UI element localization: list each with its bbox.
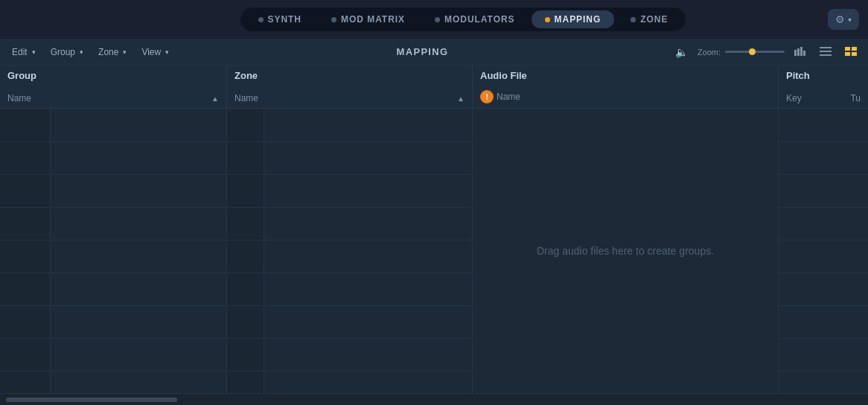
bar-chart-icon xyxy=(794,47,806,56)
col-pitch-header: Pitch Key Tu xyxy=(779,66,868,108)
scrollbar-area xyxy=(0,393,868,405)
modulators-label: MODULATORS xyxy=(444,14,515,25)
warning-icon: ! xyxy=(480,90,494,103)
grid-view-icon-button[interactable] xyxy=(841,45,861,60)
svg-rect-0 xyxy=(794,50,797,56)
group-col-subheader-row: Name ▲ xyxy=(7,93,219,103)
table-headers: Group Name ▲ Zone Name ▲ Audio File ! Na… xyxy=(0,66,868,109)
view-label: View xyxy=(141,47,161,57)
grid-view-icon xyxy=(845,47,857,56)
col-audio-header: Audio File ! Name xyxy=(473,66,779,108)
col-zone-header: Zone Name ▲ xyxy=(227,66,473,108)
svg-rect-8 xyxy=(852,47,857,51)
svg-rect-3 xyxy=(803,51,805,56)
view-chevron-icon: ▾ xyxy=(165,48,169,56)
top-nav: SYNTH MOD MATRIX MODULATORS MAPPING ZONE… xyxy=(0,0,868,39)
gear-icon: ⚙ xyxy=(835,13,845,25)
pitch-col-title: Pitch xyxy=(786,70,861,81)
tab-mapping[interactable]: MAPPING xyxy=(532,10,615,28)
zone-label: ZONE xyxy=(640,14,668,25)
svg-rect-5 xyxy=(820,51,832,52)
body-col-group-index xyxy=(0,109,51,393)
edit-chevron-icon: ▾ xyxy=(32,48,36,56)
speaker-icon-button[interactable]: 🔈 xyxy=(671,45,692,60)
drag-hint: Drag audio files here to create groups. xyxy=(537,245,714,257)
zone-col-title: Zone xyxy=(234,70,465,81)
synth-label: SYNTH xyxy=(268,14,301,25)
scrollbar-thumb xyxy=(6,398,177,402)
svg-rect-1 xyxy=(797,48,800,56)
tab-zone[interactable]: ZONE xyxy=(617,10,681,28)
mapping-label: MAPPING xyxy=(555,14,601,25)
pitch-col-extra: Tu xyxy=(850,93,861,103)
list-view-icon-button[interactable] xyxy=(816,45,835,60)
group-label: Group xyxy=(51,47,75,57)
scrollbar-track[interactable] xyxy=(6,398,177,402)
zone-chevron-icon: ▾ xyxy=(123,48,127,56)
group-chevron-icon: ▾ xyxy=(80,48,83,56)
body-col-pitch xyxy=(779,109,868,393)
mapping-dot xyxy=(545,17,550,22)
zoom-slider[interactable] xyxy=(725,51,785,53)
bar-chart-icon-button[interactable] xyxy=(791,45,810,60)
group-menu-button[interactable]: Group ▾ xyxy=(46,45,88,60)
view-menu-button[interactable]: View ▾ xyxy=(137,45,173,60)
audio-col-title: Audio File xyxy=(480,70,770,81)
edit-menu-button[interactable]: Edit ▾ xyxy=(7,45,40,60)
zone-label: Zone xyxy=(98,47,118,57)
group-sort-icon[interactable]: ▲ xyxy=(211,95,219,103)
toolbar-title: MAPPING xyxy=(179,46,666,57)
audio-col-subheader: Name xyxy=(497,92,520,102)
body-col-group xyxy=(0,109,227,393)
mapping-table: Group Name ▲ Zone Name ▲ Audio File ! Na… xyxy=(0,66,868,405)
svg-rect-4 xyxy=(820,47,832,48)
zoom-control: Zoom: xyxy=(698,48,785,57)
svg-rect-10 xyxy=(852,52,857,56)
edit-label: Edit xyxy=(12,47,28,57)
body-col-zone xyxy=(227,109,473,393)
svg-rect-2 xyxy=(800,47,802,56)
body-col-zone-content xyxy=(264,109,472,393)
svg-rect-6 xyxy=(820,54,832,56)
zoom-label: Zoom: xyxy=(698,48,721,57)
svg-rect-9 xyxy=(845,52,850,56)
tab-modulators[interactable]: MODULATORS xyxy=(421,10,529,28)
zone-col-subheader-row: Name ▲ xyxy=(234,93,465,103)
pitch-col-subheader: Key xyxy=(786,93,802,103)
chevron-down-icon: ▾ xyxy=(848,16,852,24)
table-body-columns: Drag audio files here to create groups. xyxy=(0,109,868,393)
audio-col-subheader-row: ! Name xyxy=(480,90,770,103)
toolbar-right: 🔈 Zoom: xyxy=(671,45,861,60)
modulators-dot xyxy=(435,17,440,22)
pitch-col-subheader-row: Key Tu xyxy=(786,93,861,103)
svg-rect-7 xyxy=(845,47,850,51)
zone-menu-button[interactable]: Zone ▾ xyxy=(94,45,131,60)
gear-button[interactable]: ⚙ ▾ xyxy=(828,9,859,30)
col-group-header: Group Name ▲ xyxy=(0,66,227,108)
mod-matrix-dot xyxy=(331,17,336,22)
body-col-group-content xyxy=(51,109,226,393)
table-body: Drag audio files here to create groups. xyxy=(0,109,868,393)
nav-tabs: SYNTH MOD MATRIX MODULATORS MAPPING ZONE xyxy=(240,7,686,31)
body-col-audio: Drag audio files here to create groups. xyxy=(473,109,779,393)
synth-dot xyxy=(258,17,264,22)
tab-mod-matrix[interactable]: MOD MATRIX xyxy=(318,10,418,28)
zone-dot xyxy=(631,17,636,22)
body-col-zone-index xyxy=(227,109,264,393)
zoom-slider-thumb xyxy=(749,48,756,55)
zone-col-subheader: Name xyxy=(234,93,258,103)
tab-synth[interactable]: SYNTH xyxy=(245,10,315,28)
list-view-icon xyxy=(820,47,832,56)
zone-sort-icon[interactable]: ▲ xyxy=(457,95,465,103)
group-col-subheader: Name xyxy=(7,93,31,103)
mod-matrix-label: MOD MATRIX xyxy=(341,14,405,25)
toolbar: Edit ▾ Group ▾ Zone ▾ View ▾ MAPPING 🔈 Z… xyxy=(0,39,868,66)
group-col-title: Group xyxy=(7,70,219,81)
